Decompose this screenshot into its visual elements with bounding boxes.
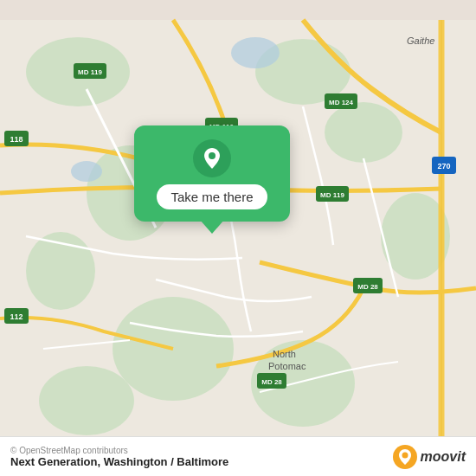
popup-card: Take me there: [134, 125, 290, 222]
svg-text:North: North: [273, 349, 296, 359]
svg-point-3: [325, 102, 402, 163]
svg-text:Gaithe: Gaithe: [407, 35, 434, 46]
svg-text:270: 270: [437, 162, 450, 170]
map-container: 118 MD 119 MD 124 MD 110 MD 119 MD 28 MD…: [0, 0, 476, 476]
place-name: Next Generation, Washington / Baltimore: [10, 455, 228, 468]
bottom-bar: © OpenStreetMap contributors Next Genera…: [0, 436, 476, 476]
take-me-there-button[interactable]: Take me there: [157, 184, 267, 209]
svg-text:Potomac: Potomac: [268, 361, 306, 371]
svg-text:MD 119: MD 119: [78, 68, 103, 76]
map-attribution: © OpenStreetMap contributors: [10, 446, 228, 455]
bottom-info: © OpenStreetMap contributors Next Genera…: [10, 446, 228, 468]
location-pin-icon: [193, 139, 231, 177]
svg-point-10: [231, 37, 280, 68]
map-background: 118 MD 119 MD 124 MD 110 MD 119 MD 28 MD…: [0, 0, 476, 476]
svg-text:MD 124: MD 124: [329, 99, 354, 106]
svg-text:MD 119: MD 119: [320, 191, 345, 199]
moovit-brand-name: moovit: [421, 449, 466, 465]
svg-point-36: [402, 452, 408, 458]
svg-text:MD 28: MD 28: [261, 378, 282, 386]
svg-text:MD 28: MD 28: [357, 283, 378, 291]
svg-point-11: [71, 161, 102, 182]
moovit-pin-icon: [393, 445, 417, 469]
svg-point-34: [209, 152, 215, 159]
moovit-logo: moovit: [393, 445, 466, 469]
svg-text:112: 112: [10, 312, 23, 321]
svg-point-8: [39, 366, 134, 435]
svg-text:118: 118: [10, 135, 23, 144]
